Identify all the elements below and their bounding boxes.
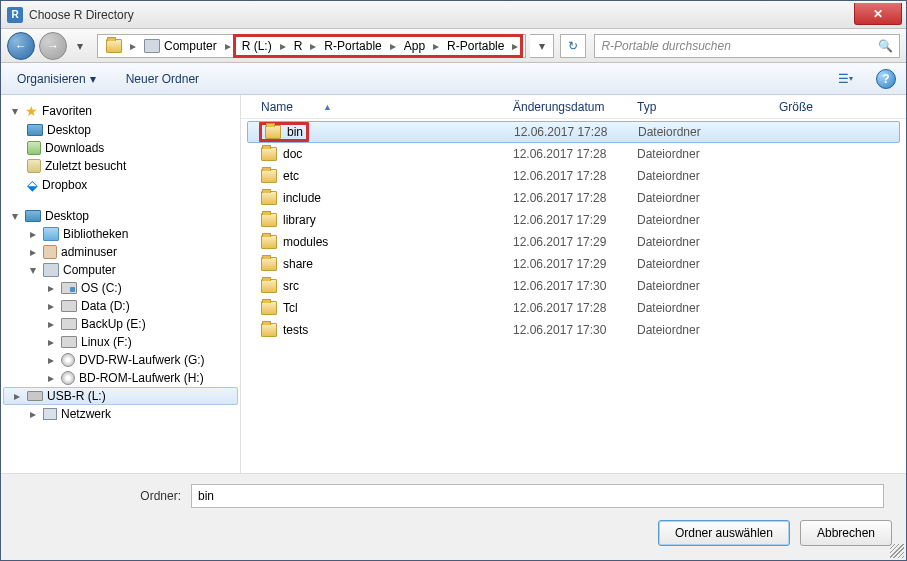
cell-type: Dateiordner xyxy=(629,191,771,205)
view-icon: ☰ xyxy=(838,72,849,86)
table-row[interactable]: tests12.06.2017 17:30Dateiordner xyxy=(241,319,906,341)
expand-icon[interactable]: ▸ xyxy=(45,317,57,331)
tree-item-drive[interactable]: ▸Data (D:) xyxy=(1,297,240,315)
desktop-icon xyxy=(27,124,43,136)
close-button[interactable]: ✕ xyxy=(854,3,902,25)
collapse-icon[interactable]: ▾ xyxy=(27,263,39,277)
cell-date: 12.06.2017 17:30 xyxy=(505,323,629,337)
search-placeholder: R-Portable durchsuchen xyxy=(601,39,730,53)
folder-icon xyxy=(261,323,277,337)
history-dropdown[interactable]: ▾ xyxy=(71,36,89,56)
expand-icon[interactable]: ▸ xyxy=(27,245,39,259)
breadcrumb-seg[interactable]: App xyxy=(398,37,431,55)
table-row[interactable]: bin12.06.2017 17:28Dateiordner xyxy=(247,121,900,143)
close-icon: ✕ xyxy=(873,7,883,21)
expand-icon[interactable]: ▸ xyxy=(45,281,57,295)
table-row[interactable]: modules12.06.2017 17:29Dateiordner xyxy=(241,231,906,253)
tree-item-drive[interactable]: ▸BackUp (E:) xyxy=(1,315,240,333)
cell-name: doc xyxy=(253,147,505,161)
tree-favorites[interactable]: ▾★Favoriten xyxy=(1,101,240,121)
tree-item-drive-selected[interactable]: ▸USB-R (L:) xyxy=(3,387,238,405)
tree-item-dropbox[interactable]: ⬙Dropbox xyxy=(1,175,240,195)
view-menu[interactable]: ☰ ▾ xyxy=(832,68,858,90)
expand-icon[interactable]: ▸ xyxy=(45,299,57,313)
tree-desktop-root[interactable]: ▾Desktop xyxy=(1,207,240,225)
breadcrumb-highlighted-path: R (L:)▸ R▸ R-Portable▸ App▸ R-Portable▸ xyxy=(233,34,524,58)
user-icon xyxy=(43,245,57,259)
breadcrumb-dropdown[interactable]: ▾ xyxy=(530,34,554,58)
breadcrumb-seg[interactable]: R-Portable xyxy=(318,37,387,55)
tree-item-drive[interactable]: ▸DVD-RW-Laufwerk (G:) xyxy=(1,351,240,369)
expand-icon[interactable]: ▸ xyxy=(27,407,39,421)
resize-grip[interactable] xyxy=(890,544,904,558)
breadcrumb-seg[interactable]: Computer xyxy=(138,37,223,55)
library-icon xyxy=(43,227,59,241)
cancel-button[interactable]: Abbrechen xyxy=(800,520,892,546)
breadcrumb-seg[interactable]: R xyxy=(288,37,309,55)
folder-name-input[interactable]: bin xyxy=(191,484,884,508)
table-row[interactable]: library12.06.2017 17:29Dateiordner xyxy=(241,209,906,231)
expand-icon[interactable]: ▸ xyxy=(27,227,39,241)
column-date[interactable]: Änderungsdatum xyxy=(505,96,629,118)
downloads-icon xyxy=(27,141,41,155)
cell-name: etc xyxy=(253,169,505,183)
tree-item-network[interactable]: ▸Netzwerk xyxy=(1,405,240,423)
cell-type: Dateiordner xyxy=(629,169,771,183)
table-row[interactable]: doc12.06.2017 17:28Dateiordner xyxy=(241,143,906,165)
forward-button[interactable]: → xyxy=(39,32,67,60)
cell-name: Tcl xyxy=(253,301,505,315)
search-input[interactable]: R-Portable durchsuchen 🔍 xyxy=(594,34,900,58)
collapse-icon[interactable]: ▾ xyxy=(9,209,21,223)
table-row[interactable]: share12.06.2017 17:29Dateiordner xyxy=(241,253,906,275)
file-name: share xyxy=(283,257,313,271)
tree-item-drive[interactable]: ▸Linux (F:) xyxy=(1,333,240,351)
organize-menu[interactable]: Organisieren ▾ xyxy=(11,69,102,89)
tree-item-libraries[interactable]: ▸Bibliotheken xyxy=(1,225,240,243)
new-folder-button[interactable]: Neuer Ordner xyxy=(120,69,205,89)
tree-item-computer[interactable]: ▾Computer xyxy=(1,261,240,279)
tree-item-desktop[interactable]: Desktop xyxy=(1,121,240,139)
tree-item-drive[interactable]: ▸BD-ROM-Laufwerk (H:) xyxy=(1,369,240,387)
cell-name: library xyxy=(253,213,505,227)
arrow-left-icon: ← xyxy=(15,39,27,53)
tree-item-drive[interactable]: ▸OS (C:) xyxy=(1,279,240,297)
table-row[interactable]: Tcl12.06.2017 17:28Dateiordner xyxy=(241,297,906,319)
column-size[interactable]: Größe xyxy=(771,96,851,118)
breadcrumb[interactable]: ▸ Computer ▸ R (L:)▸ R▸ R-Portable▸ App▸… xyxy=(97,34,526,58)
help-button[interactable]: ? xyxy=(876,69,896,89)
breadcrumb-seg[interactable]: R-Portable xyxy=(441,37,510,55)
select-folder-button[interactable]: Ordner auswählen xyxy=(658,520,790,546)
disc-icon xyxy=(61,371,75,385)
chevron-right-icon: ▸ xyxy=(388,39,398,53)
disc-icon xyxy=(61,353,75,367)
column-name[interactable]: Name▲ xyxy=(253,96,505,118)
expand-icon[interactable]: ▸ xyxy=(45,353,57,367)
nav-tree[interactable]: ▾★Favoriten Desktop Downloads Zuletzt be… xyxy=(1,95,241,473)
refresh-button[interactable]: ↻ xyxy=(560,34,586,58)
expand-icon[interactable]: ▸ xyxy=(45,371,57,385)
expand-icon[interactable]: ▸ xyxy=(45,335,57,349)
column-headers[interactable]: Name▲ Änderungsdatum Typ Größe xyxy=(241,95,906,119)
expand-icon[interactable]: ▸ xyxy=(11,389,23,403)
breadcrumb-root[interactable] xyxy=(100,37,128,55)
tree-item-recent[interactable]: Zuletzt besucht xyxy=(1,157,240,175)
file-name: include xyxy=(283,191,321,205)
breadcrumb-seg[interactable]: R (L:) xyxy=(236,37,278,55)
back-button[interactable]: ← xyxy=(7,32,35,60)
folder-icon xyxy=(261,147,277,161)
table-row[interactable]: src12.06.2017 17:30Dateiordner xyxy=(241,275,906,297)
table-row[interactable]: include12.06.2017 17:28Dateiordner xyxy=(241,187,906,209)
folder-icon xyxy=(106,39,122,53)
column-type[interactable]: Typ xyxy=(629,96,771,118)
drive-icon xyxy=(61,282,77,294)
star-icon: ★ xyxy=(25,103,38,119)
table-row[interactable]: etc12.06.2017 17:28Dateiordner xyxy=(241,165,906,187)
file-name: modules xyxy=(283,235,328,249)
tree-item-downloads[interactable]: Downloads xyxy=(1,139,240,157)
collapse-icon[interactable]: ▾ xyxy=(9,104,21,118)
help-icon: ? xyxy=(882,72,889,86)
tree-item-user[interactable]: ▸adminuser xyxy=(1,243,240,261)
cell-date: 12.06.2017 17:28 xyxy=(505,301,629,315)
cell-name: tests xyxy=(253,323,505,337)
desktop-icon xyxy=(25,210,41,222)
